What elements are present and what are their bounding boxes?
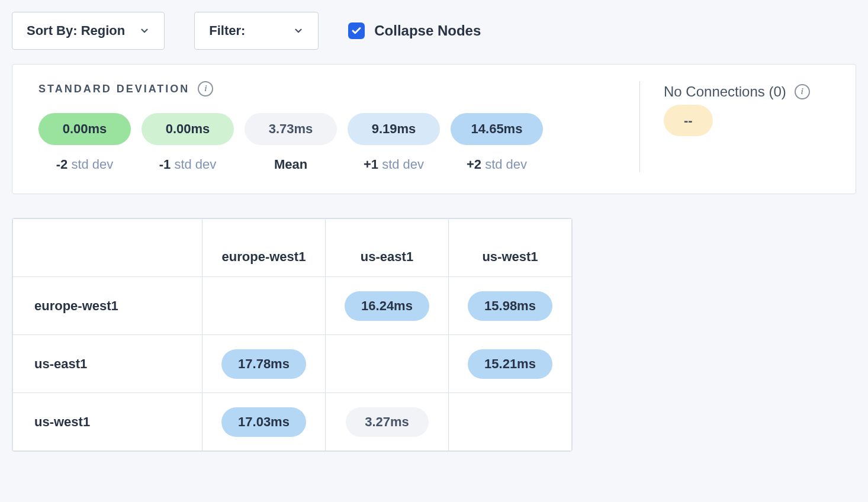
row-header: us-west1: [13, 393, 202, 451]
std-dev-legend: STANDARD DEVIATION i 0.00ms-2 std dev0.0…: [38, 81, 616, 172]
latency-pill: 17.03ms: [221, 407, 306, 437]
std-dev-legend-card: STANDARD DEVIATION i 0.00ms-2 std dev0.0…: [12, 64, 856, 194]
std-dev-caption: +1 std dev: [364, 157, 424, 172]
checkbox-checked-icon: [348, 22, 365, 39]
table-row: us-east117.78ms15.21ms: [13, 335, 572, 393]
chevron-down-icon: [293, 25, 304, 36]
std-dev-bucket: 0.00ms-2 std dev: [38, 113, 131, 172]
no-connections-section: No Connections (0) i --: [664, 81, 830, 172]
latency-cell: 16.24ms: [326, 277, 449, 335]
table-row: us-west117.03ms3.27ms: [13, 393, 572, 451]
filter-label: Filter:: [209, 23, 245, 38]
latency-cell: 3.27ms: [326, 393, 449, 451]
std-dev-pill: 0.00ms: [142, 113, 234, 145]
latency-matrix: europe-west1us-east1us-west1 europe-west…: [12, 218, 573, 452]
latency-cell: [449, 393, 572, 451]
row-header: us-east1: [13, 335, 202, 393]
std-dev-pill: 14.65ms: [451, 113, 543, 145]
std-dev-pill: 9.19ms: [348, 113, 440, 145]
column-header: europe-west1: [202, 219, 326, 277]
row-header: europe-west1: [13, 277, 202, 335]
latency-cell: 17.78ms: [202, 335, 326, 393]
std-dev-caption: +2 std dev: [467, 157, 527, 172]
no-connections-pill: --: [664, 105, 713, 136]
std-dev-caption: -2 std dev: [56, 157, 114, 172]
vertical-divider: [639, 81, 640, 172]
latency-cell: [326, 335, 449, 393]
latency-cell: [202, 277, 326, 335]
std-dev-bucket: 3.73msMean: [245, 113, 337, 172]
std-dev-pill: 3.73ms: [245, 113, 337, 145]
latency-cell: 17.03ms: [202, 393, 326, 451]
latency-pill: 15.21ms: [468, 349, 552, 379]
latency-pill: 15.98ms: [468, 291, 552, 321]
column-header: us-west1: [449, 219, 572, 277]
filter-select[interactable]: Filter:: [194, 12, 319, 50]
column-header: us-east1: [326, 219, 449, 277]
std-dev-bucket: 14.65ms+2 std dev: [451, 113, 543, 172]
std-dev-caption: Mean: [274, 157, 307, 172]
collapse-nodes-label: Collapse Nodes: [374, 22, 481, 39]
latency-pill: 17.78ms: [221, 349, 306, 379]
collapse-nodes-checkbox[interactable]: Collapse Nodes: [348, 22, 481, 39]
table-corner: [13, 219, 202, 277]
latency-cell: 15.98ms: [449, 277, 572, 335]
std-dev-bucket: 9.19ms+1 std dev: [348, 113, 440, 172]
latency-pill: 3.27ms: [346, 407, 429, 437]
table-row: europe-west116.24ms15.98ms: [13, 277, 572, 335]
toolbar: Sort By: Region Filter: Collapse Nodes: [12, 12, 856, 50]
chevron-down-icon: [139, 25, 150, 36]
info-icon[interactable]: i: [795, 84, 810, 99]
latency-pill: 16.24ms: [345, 291, 429, 321]
sort-by-select[interactable]: Sort By: Region: [12, 12, 165, 50]
card-title: STANDARD DEVIATION: [38, 83, 189, 95]
std-dev-caption: -1 std dev: [159, 157, 217, 172]
info-icon[interactable]: i: [198, 81, 213, 96]
no-connections-label: No Connections (0): [664, 83, 786, 100]
sort-by-label: Sort By: Region: [27, 23, 125, 38]
std-dev-bucket: 0.00ms-1 std dev: [142, 113, 234, 172]
std-dev-pill: 0.00ms: [38, 113, 131, 145]
latency-cell: 15.21ms: [449, 335, 572, 393]
